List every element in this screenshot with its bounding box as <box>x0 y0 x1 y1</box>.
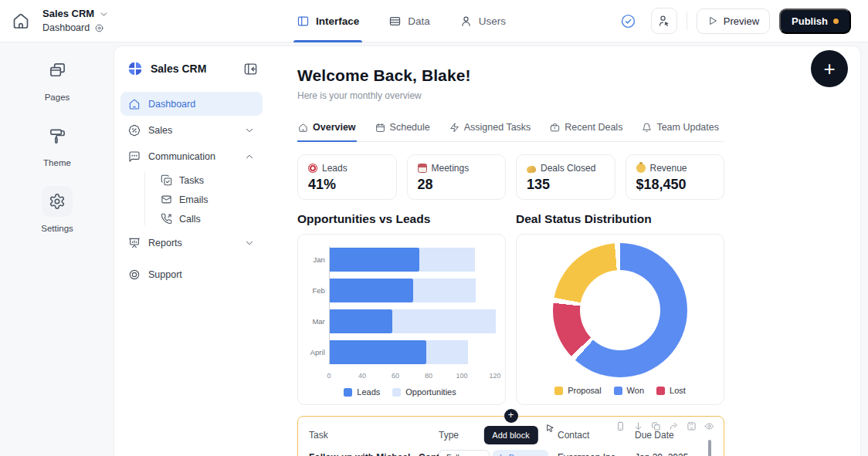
chevron-down-icon <box>244 238 255 248</box>
add-page-fab[interactable]: + <box>811 50 848 87</box>
tasks-table-block[interactable]: + Add block Task T <box>297 416 724 456</box>
status-badge: In Progress <box>493 450 548 456</box>
home-icon <box>12 12 30 30</box>
topbar-page-name: Dashboard <box>42 22 90 35</box>
pages-icon <box>49 62 66 79</box>
chevron-down-icon <box>244 125 255 136</box>
dashboard-tabs: Overview Schedule Assigned Tasks Recent … <box>297 117 724 142</box>
sidebar-item-support[interactable]: Support <box>120 262 263 286</box>
tab-overview[interactable]: Overview <box>297 117 357 142</box>
topbar: Sales CRM Dashboard Interface Data Users <box>0 0 868 42</box>
play-icon <box>707 15 718 26</box>
sidebar-item-reports[interactable]: Reports <box>120 231 263 255</box>
bar-chart[interactable]: JanFebMarApril 0406080100120 LeadsOpport… <box>297 234 506 405</box>
stat-value-deals-closed: 135 <box>527 177 605 193</box>
add-block-button[interactable]: + <box>504 409 518 423</box>
task-cell: Follow-up with Michael - Contr... <box>309 452 439 456</box>
rail-item-theme[interactable]: Theme <box>42 120 73 167</box>
left-rail: Pages Theme Settings <box>0 42 114 456</box>
publish-button[interactable]: Publish <box>779 8 851 34</box>
donut-chart[interactable]: ProposalWonLost <box>516 234 724 405</box>
preview-button[interactable]: Preview <box>697 8 770 34</box>
col-contact: Contact <box>558 430 635 441</box>
money-bag-emoji-icon <box>636 164 646 173</box>
chevron-up-icon <box>244 151 255 162</box>
topbar-app-name: Sales CRM <box>42 7 94 21</box>
chat-icon <box>128 150 141 163</box>
user-icon <box>459 15 473 28</box>
sidebar-item-emails[interactable]: Emails <box>120 190 263 209</box>
table-scrollbar[interactable] <box>708 440 711 456</box>
sidebar-app-title: Sales CRM <box>151 62 236 75</box>
bar-rows: JanFebMarApril <box>303 248 497 364</box>
app-logo-icon <box>127 60 144 77</box>
col-due-date: Due Date <box>635 430 706 441</box>
tab-data[interactable]: Data <box>385 0 433 42</box>
sidebar-item-dashboard[interactable]: Dashboard <box>120 92 263 116</box>
tab-schedule[interactable]: Schedule <box>375 117 431 141</box>
calendar-icon <box>375 123 385 133</box>
contact-cell: Evergreen Inc <box>558 452 635 456</box>
bar-chart-title: Opportunities vs Leads <box>297 212 506 226</box>
stat-card-meetings[interactable]: Meetings 28 <box>407 154 507 200</box>
tab-assigned-tasks[interactable]: Assigned Tasks <box>449 117 532 141</box>
target-emoji-icon <box>308 164 317 173</box>
add-block-tooltip: Add block <box>483 426 537 444</box>
visibility-icon[interactable] <box>704 421 714 431</box>
sidebar-item-calls[interactable]: Calls <box>120 209 263 228</box>
donut-legend: ProposalWonLost <box>554 386 686 395</box>
bar-chart-section: Opportunities vs Leads JanFebMarApril 04… <box>297 212 506 405</box>
bell-icon <box>642 123 652 133</box>
tab-interface[interactable]: Interface <box>293 0 362 42</box>
move-down-icon[interactable] <box>633 421 643 431</box>
paint-roller-icon <box>49 127 66 145</box>
share-icon[interactable] <box>669 421 679 431</box>
visitor-mode-button[interactable] <box>651 8 677 34</box>
rail-item-settings[interactable]: Settings <box>41 186 73 233</box>
home-icon <box>298 123 308 133</box>
sidebar-item-tasks[interactable]: Tasks <box>120 171 263 190</box>
sidebar-item-sales[interactable]: Sales <box>120 118 263 142</box>
tab-recent-deals[interactable]: Recent Deals <box>549 117 623 141</box>
table-icon <box>388 15 402 28</box>
col-task: Task <box>309 430 439 441</box>
app-sidebar: Sales CRM Dashboard Sales <box>114 46 269 456</box>
rail-item-pages[interactable]: Pages <box>42 55 73 102</box>
duplicate-icon[interactable] <box>651 421 661 431</box>
block-toolbar <box>615 421 714 431</box>
swap-icon[interactable] <box>687 421 697 431</box>
device-icon[interactable] <box>615 421 626 431</box>
handshake-emoji-icon <box>526 165 536 174</box>
collapse-sidebar-icon[interactable] <box>243 62 258 76</box>
tab-users[interactable]: Users <box>456 0 509 42</box>
topbar-divider <box>687 12 687 30</box>
bar-axis-ticks: 0406080100120 <box>329 371 497 381</box>
stat-card-deals-closed[interactable]: Deals Closed 135 <box>516 154 615 200</box>
due-date-cell: Jan 20, 2025 <box>635 452 706 456</box>
tab-team-updates[interactable]: Team Updates <box>641 117 720 141</box>
zap-icon <box>449 123 459 133</box>
stat-value-meetings: 28 <box>418 177 496 193</box>
stat-card-revenue[interactable]: Revenue $18,450 <box>626 154 725 200</box>
layout-icon <box>297 15 310 28</box>
user-cursor-icon <box>657 14 671 28</box>
sidebar-item-communication[interactable]: Communication <box>120 144 263 168</box>
donut-chart-title: Deal Status Distribution <box>516 212 724 226</box>
check-circle-icon <box>620 13 636 29</box>
gear-icon <box>49 193 66 210</box>
percent-badge-icon <box>128 124 141 137</box>
home-button[interactable] <box>10 10 32 32</box>
cursor-pointer-icon <box>545 424 555 434</box>
tasks-icon <box>161 174 172 186</box>
publish-status-button[interactable] <box>615 8 642 34</box>
chevron-down-icon[interactable] <box>99 9 109 19</box>
mail-icon <box>161 194 172 205</box>
presentation-icon <box>128 237 141 249</box>
stat-card-leads[interactable]: Leads 41% <box>297 154 397 200</box>
page-subtitle: Here is your monthly overview <box>297 90 724 101</box>
topbar-tabs: Interface Data Users <box>293 0 509 42</box>
table-row[interactable]: Follow-up with Michael - Contr... Follow… <box>298 450 724 456</box>
type-badge: Follow-up <box>439 450 490 456</box>
home-icon <box>128 98 141 110</box>
communication-children: Tasks Emails Calls <box>120 171 263 228</box>
